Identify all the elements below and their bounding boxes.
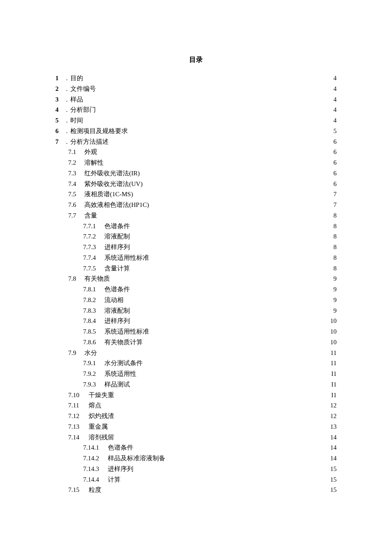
toc-row-l3: 7.7.4系统适用性标准8	[55, 253, 337, 263]
toc-row-l3: 7.9.1水分测试条件11	[55, 358, 337, 369]
toc-page-number: 6	[328, 147, 337, 157]
toc-row-l2: 7.11熔点12	[55, 400, 337, 411]
toc-l3-text: 溶液配制	[104, 231, 130, 242]
toc-dot: .	[66, 105, 70, 115]
toc-page-number: I1	[328, 390, 337, 401]
toc-dot: .	[66, 73, 70, 84]
toc-l3-number: 7.8.3	[83, 305, 104, 316]
toc-l2-text: 干燥失重	[89, 390, 114, 401]
toc-l3-number: 7.8.5	[83, 326, 104, 337]
toc-row-l2: 7.3红外吸收光谱法(IR)6	[55, 168, 337, 179]
toc-row-l3: 7.14.4计算15	[55, 474, 337, 485]
toc-row-l1: 6.检测项目及规格要求5	[55, 126, 337, 137]
toc-row-l1: 2.文件编号4	[55, 84, 337, 94]
toc-l2-number: 7.8	[68, 273, 84, 284]
toc-dot: .	[66, 84, 70, 94]
toc-page-number: 8	[328, 210, 337, 221]
toc-title: 目录	[55, 55, 337, 64]
toc-l2-text: 含量	[84, 210, 97, 221]
toc-row-l2: 7.2溶解性6	[55, 157, 337, 168]
toc-l1-number: 4	[55, 105, 66, 115]
toc-l3-text: 系统适用性	[104, 369, 136, 379]
toc-l2-number: 7.15	[68, 485, 89, 495]
toc-row-l3: 7.8.2流动相9	[55, 295, 337, 305]
toc-page-number: 14	[328, 453, 337, 464]
toc-l1-number: 7	[55, 137, 66, 147]
toc-row-l1: 1. 目的4	[55, 73, 337, 84]
toc-l2-text: 高效液相色谱法(HP1C)	[84, 200, 149, 210]
toc-page-number: 6	[328, 179, 337, 189]
toc-l2-number: 7.10	[68, 390, 89, 401]
toc-dot: .	[66, 137, 70, 147]
toc-page-number: 5	[328, 126, 337, 137]
toc-row-l3: 7.9.2系统适用性I1	[55, 369, 337, 379]
toc-page-number: 8	[328, 242, 337, 253]
toc-l2-number: 7.13	[68, 421, 89, 432]
toc-row-l2: 7.12炽灼残渣12	[55, 411, 337, 421]
toc-page-number: 4	[328, 94, 337, 105]
toc-l3-text: 进样序列	[104, 316, 130, 326]
toc-l1-text: 文件编号	[70, 84, 96, 94]
toc-row-l1: 3.样品4	[55, 94, 337, 105]
toc-l3-number: 7.7.3	[83, 242, 104, 253]
toc-l2-text: 溶剂残留	[89, 432, 114, 443]
toc-l2-number: 7.14	[68, 432, 89, 443]
toc-page-number: 10	[328, 337, 337, 348]
toc-l2-number: 7.11	[68, 400, 89, 411]
toc-page-number: 9	[328, 295, 337, 305]
toc-row-l3: 7.7.1色谱条件8	[55, 221, 337, 232]
toc-l2-text: 粒度	[89, 485, 101, 495]
toc-page-number: 15	[328, 464, 337, 474]
toc-page-number: 8	[328, 253, 337, 263]
toc-l2-number: 7.4	[68, 179, 84, 189]
toc-l2-text: 红外吸收光谱法(IR)	[84, 168, 140, 179]
toc-l2-text: 紫外吸收光谱法(UV)	[84, 179, 143, 189]
toc-page-number: 11	[328, 358, 337, 369]
toc-l2-text: 溶解性	[84, 157, 104, 168]
toc-page-number: I1	[328, 369, 337, 379]
toc-row-l3: 7.14.2样品及标准溶液制备14	[55, 453, 337, 464]
toc-l3-number: 7.7.4	[83, 253, 104, 263]
toc-l2-text: 外观	[84, 147, 97, 157]
toc-l3-text: 有关物质计算	[104, 337, 143, 348]
toc-l3-number: 7.14.3	[83, 464, 108, 474]
toc-row-l1: 5.时间4	[55, 115, 337, 126]
toc-page-number: 8	[328, 221, 337, 232]
toc-l3-number: 7.8.4	[83, 316, 104, 326]
toc-dot: .	[66, 94, 70, 105]
toc-l3-text: 系统适用性标准	[104, 253, 149, 263]
toc-page-number: 7	[328, 189, 337, 200]
toc-page-number: 6	[328, 137, 337, 147]
toc-l1-text: 样品	[70, 94, 83, 105]
toc-page-number: 14	[328, 432, 337, 443]
toc-page-number: 10	[328, 316, 337, 326]
toc-l2-number: 7.3	[68, 168, 84, 179]
toc-row-l2: 7.1外观6	[55, 147, 337, 157]
toc-row-l3: 7.9.3样品测试I1	[55, 379, 337, 390]
toc-page-number: 12	[328, 411, 337, 421]
toc-l3-number: 7.9.1	[83, 358, 104, 369]
toc-row-l2: 7.10干燥失重I1	[55, 390, 337, 401]
toc-l2-text: 液相质谱(1C-MS)	[84, 189, 133, 200]
toc-l1-number: 1	[55, 73, 66, 84]
toc-l3-number: 7.9.3	[83, 379, 104, 390]
toc-page-number: 14	[328, 442, 337, 453]
toc-row-l3: 7.8.5系统适用性标准10	[55, 326, 337, 337]
toc-row-l3: 7.14.1色谱条件14	[55, 442, 337, 453]
toc-row-l2: 7.5液相质谱(1C-MS)7	[55, 189, 337, 200]
toc-l3-text: 含量计算	[104, 263, 130, 274]
toc-l2-number: 7.7	[68, 210, 84, 221]
toc-row-l3: 7.14.3进样序列15	[55, 464, 337, 474]
toc-l3-number: 7.7.5	[83, 263, 104, 274]
toc-page-number: 9	[328, 284, 337, 295]
toc-l3-text: 流动相	[104, 295, 124, 305]
toc-page-number: 9	[328, 305, 337, 316]
toc-page-number: 4	[328, 115, 337, 126]
toc-page-number: 4	[328, 84, 337, 94]
table-of-contents: 1. 目的42.文件编号43.样品44.分析部门45.时间46.检测项目及规格要…	[55, 73, 337, 495]
toc-row-l3: 7.8.4进样序列10	[55, 316, 337, 326]
toc-row-l3: 7.7.5含量计算8	[55, 263, 337, 274]
toc-l2-text: 重金属	[89, 421, 108, 432]
toc-page-number: 8	[328, 231, 337, 242]
toc-l3-number: 7.14.4	[83, 474, 108, 485]
